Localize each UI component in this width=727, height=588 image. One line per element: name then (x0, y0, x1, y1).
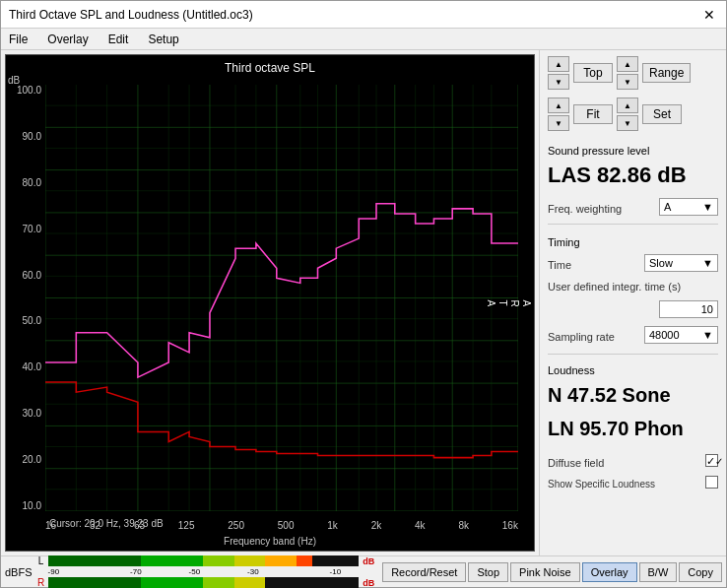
r-db-label: dB (361, 578, 376, 588)
r-channel-row: R dB (36, 577, 377, 588)
top-label[interactable]: Top (573, 63, 613, 83)
dbfs-label: dBFS (5, 566, 36, 578)
range-nav-group: ▲ ▼ (617, 56, 638, 90)
bottom-bar: dBFS L dB (1, 555, 726, 587)
set-down-button[interactable]: ▼ (617, 115, 638, 131)
bottom-buttons: Record/Reset Stop Pink Noise Overlay B/W… (382, 562, 722, 582)
show-specific-label: Show Specific Loudness (548, 479, 701, 490)
user-integr-label: User defined integr. time (s) (548, 280, 718, 294)
y-label-30: 30.0 (23, 408, 41, 419)
l-level-bar (48, 555, 360, 566)
y-label-60: 60.0 (23, 270, 41, 281)
fit-nav-group: ▲ ▼ (548, 98, 569, 131)
record-reset-button[interactable]: Record/Reset (382, 562, 466, 582)
pink-noise-button[interactable]: Pink Noise (510, 562, 580, 582)
y-axis: 100.0 90.0 80.0 70.0 60.0 50.0 40.0 30.0… (6, 85, 45, 511)
top-nav-group: ▲ ▼ (548, 56, 569, 90)
freq-weighting-label: Freq. weighting (548, 203, 655, 215)
freq-weighting-dropdown[interactable]: A ▼ (659, 198, 718, 216)
level-meters: L dB -90 -70 (36, 555, 377, 588)
cursor-info: Cursor: 20.0 Hz, 39.23 dB (49, 518, 164, 529)
diffuse-field-row: Diffuse field ✓ (548, 453, 718, 469)
menu-file[interactable]: File (5, 31, 32, 48)
x-label-16k: 16k (502, 520, 518, 531)
y-label-100: 100.0 (17, 85, 41, 96)
l-channel-label: L (36, 555, 46, 566)
range-down-button[interactable]: ▼ (617, 74, 638, 90)
diffuse-field-label: Diffuse field (548, 457, 701, 469)
show-specific-checkbox[interactable] (705, 476, 718, 489)
fit-set-row: ▲ ▼ Fit ▲ ▼ Set (548, 98, 718, 131)
menu-setup[interactable]: Setup (144, 31, 182, 48)
nav-controls: ▲ ▼ Top ▲ ▼ Range (548, 56, 718, 90)
x-label-2k: 2k (371, 520, 382, 531)
sampling-row: Sampling rate 48000 ▼ (548, 326, 718, 344)
l-db-label: dB (361, 556, 376, 566)
main-content: dB Third octave SPL ARTA 100.0 90.0 80.0… (1, 50, 726, 555)
y-label-70: 70.0 (23, 224, 41, 234)
loudness-ln-value: LN 95.70 Phon (548, 416, 718, 441)
chart-area: dB Third octave SPL ARTA 100.0 90.0 80.0… (5, 54, 535, 552)
x-label-8k: 8k (458, 520, 469, 531)
y-label-80: 80.0 (23, 177, 41, 188)
loudness-n-value: N 47.52 Sone (548, 382, 718, 408)
copy-button[interactable]: Copy (679, 562, 722, 582)
arta-label: ARTA (485, 299, 532, 306)
y-label-20: 20.0 (23, 454, 41, 465)
y-label-90: 90.0 (23, 131, 41, 142)
show-specific-row: Show Specific Loudness (548, 475, 718, 490)
x-axis-title: Frequency band (Hz) (224, 536, 316, 547)
fit-label[interactable]: Fit (573, 104, 613, 124)
fit-down-button[interactable]: ▼ (548, 115, 569, 131)
close-button[interactable]: ✕ (700, 6, 718, 24)
top-down-button[interactable]: ▼ (548, 74, 569, 90)
y-label-40: 40.0 (23, 361, 41, 372)
menu-bar: File Overlay Edit Setup (1, 29, 726, 50)
x-label-125: 125 (178, 520, 195, 531)
y-label-10: 10.0 (23, 500, 41, 511)
set-label[interactable]: Set (642, 104, 682, 124)
x-label-4k: 4k (415, 520, 426, 531)
time-label: Time (548, 259, 640, 271)
loudness-section-label: Loudness (548, 364, 718, 376)
timing-section-label: Timing (548, 236, 718, 248)
time-dropdown[interactable]: Slow ▼ (644, 254, 718, 272)
top-up-button[interactable]: ▲ (548, 56, 569, 72)
x-label-250: 250 (228, 520, 244, 531)
spl-value: LAS 82.86 dB (548, 163, 718, 188)
l-channel-row: L dB (36, 555, 377, 566)
y-label-50: 50.0 (23, 315, 41, 326)
freq-weighting-row: Freq. weighting A ▼ (548, 198, 718, 216)
right-panel: ▲ ▼ Top ▲ ▼ Range ▲ ▼ Fit ▲ ▼ (539, 50, 726, 555)
r-level-bar (48, 577, 360, 588)
menu-edit[interactable]: Edit (104, 31, 133, 48)
sampling-label: Sampling rate (548, 331, 640, 343)
time-row: Time Slow ▼ (548, 254, 718, 272)
diffuse-field-checkbox[interactable]: ✓ (705, 454, 718, 467)
r-channel-label: R (36, 577, 46, 588)
fit-up-button[interactable]: ▲ (548, 98, 569, 113)
x-label-1k: 1k (327, 520, 338, 531)
chart-title: Third octave SPL (225, 61, 315, 75)
user-integr-input[interactable] (659, 300, 718, 318)
chart-svg (45, 85, 518, 511)
bw-button[interactable]: B/W (639, 562, 678, 582)
menu-overlay[interactable]: Overlay (43, 31, 92, 48)
set-up-button[interactable]: ▲ (617, 98, 638, 113)
window-title: Third Octave SPL and Loudness (Untitled.… (9, 8, 253, 22)
main-window: Third Octave SPL and Loudness (Untitled.… (0, 0, 727, 588)
sampling-dropdown[interactable]: 48000 ▼ (644, 326, 718, 344)
range-label[interactable]: Range (642, 63, 691, 83)
spl-section-label: Sound pressure level (548, 145, 718, 157)
range-up-button[interactable]: ▲ (617, 56, 638, 72)
set-nav-group: ▲ ▼ (617, 98, 638, 131)
x-label-500: 500 (278, 520, 295, 531)
overlay-button[interactable]: Overlay (582, 562, 637, 582)
title-bar: Third Octave SPL and Loudness (Untitled.… (1, 1, 726, 29)
stop-button[interactable]: Stop (468, 562, 508, 582)
